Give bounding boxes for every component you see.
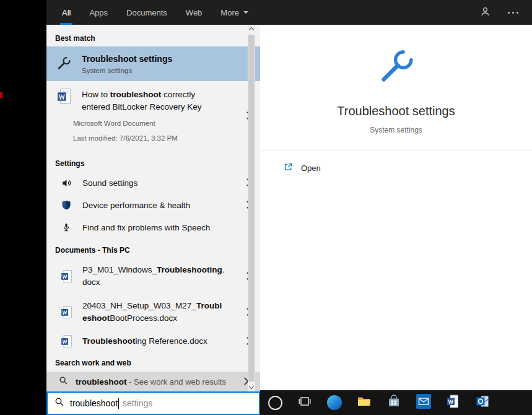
text-cursor	[118, 398, 119, 409]
best-match-title: Troubleshoot settings	[82, 54, 172, 64]
preview-subtitle: System settings	[370, 126, 422, 134]
chevron-down-icon	[243, 11, 248, 14]
open-action[interactable]: Open	[260, 151, 532, 173]
document-title: P3_M01_Windows_Troubleshooting.docx	[82, 264, 225, 289]
cortana-button[interactable]	[260, 390, 290, 415]
tab-all[interactable]: All	[53, 0, 80, 25]
web-result-text: troubleshoot - See work and web results	[76, 377, 226, 387]
edge-icon	[327, 395, 342, 410]
outlook-icon	[476, 394, 491, 411]
shield-icon	[59, 199, 74, 211]
topbar-actions	[480, 0, 532, 25]
word-document-icon	[59, 270, 74, 282]
result-bitlocker-document[interactable]: How to troubleshoot correctly entered Bi…	[46, 81, 260, 151]
account-icon[interactable]	[480, 6, 491, 19]
store-button[interactable]	[379, 390, 409, 415]
search-icon	[59, 376, 68, 388]
tab-apps[interactable]: Apps	[80, 0, 117, 25]
scroll-down-button[interactable]	[249, 384, 254, 389]
outlook-button[interactable]	[468, 390, 498, 415]
edge-button[interactable]	[320, 390, 349, 415]
taskbar	[260, 390, 532, 415]
open-label: Open	[301, 164, 321, 173]
result-fix-problems-speech[interactable]: Find and fix problems with Speech	[46, 216, 260, 238]
file-explorer-button[interactable]	[349, 390, 379, 415]
best-match-subtitle: System settings	[82, 67, 172, 74]
result-device-performance-health[interactable]: Device performance & health	[46, 194, 260, 216]
preview-panel: Troubleshoot settings System settings Op…	[260, 25, 532, 390]
word-document-icon	[59, 335, 74, 347]
document-result-type: Microsoft Word Document	[73, 118, 215, 128]
tab-more[interactable]: More	[211, 0, 258, 25]
red-mark	[0, 92, 2, 98]
word-button[interactable]	[438, 390, 468, 415]
search-results-panel: Best match Troubleshoot settings System …	[46, 25, 260, 391]
store-icon	[387, 395, 401, 411]
tab-documents[interactable]: Documents	[117, 0, 177, 25]
best-match-header: Best match	[46, 25, 260, 46]
scrollbar-thumb[interactable]	[248, 35, 255, 382]
result-document-reference[interactable]: Troubleshooting Reference.docx	[46, 330, 260, 352]
result-web-search[interactable]: troubleshoot - See work and web results	[46, 372, 260, 391]
document-result-modified: Last modified: 7/6/2021, 3:32 PM	[73, 133, 215, 143]
tab-web[interactable]: Web	[177, 0, 212, 25]
speaker-icon	[59, 177, 74, 189]
result-troubleshoot-settings[interactable]: Troubleshoot settings System settings	[46, 46, 260, 81]
word-document-icon	[59, 306, 74, 318]
result-document-20403[interactable]: 20403_NH_Setup_W03_M27_TroubleshootBootP…	[46, 294, 260, 330]
open-icon	[284, 162, 293, 173]
result-document-p3-m01[interactable]: P3_M01_Windows_Troubleshooting.docx	[46, 258, 260, 294]
mail-button[interactable]	[409, 390, 438, 415]
search-input[interactable]: troubleshoot settings	[46, 391, 260, 415]
result-sound-settings[interactable]: Sound settings	[46, 172, 260, 194]
search-icon	[55, 397, 64, 409]
document-title: 20403_NH_Setup_W03_M27_TroubleshootBootP…	[82, 300, 225, 325]
preview-title: Troubleshoot settings	[337, 104, 455, 118]
scroll-up-button[interactable]	[249, 27, 254, 32]
search-web-header: Search work and web	[46, 352, 260, 371]
scrollbar[interactable]	[248, 25, 255, 391]
documents-header: Documents - This PC	[46, 238, 260, 258]
settings-header: Settings	[46, 151, 260, 172]
search-suggestion-text: settings	[123, 398, 152, 408]
search-query-text: troubleshoot	[70, 398, 118, 408]
file-explorer-icon	[357, 394, 372, 411]
task-view-icon	[298, 395, 312, 411]
mail-icon	[416, 394, 431, 411]
cortana-icon	[268, 396, 282, 410]
wrench-icon	[55, 56, 73, 72]
document-title: Troubleshooting Reference.docx	[82, 335, 225, 347]
windows-search-screen: All Apps Documents Web More Best match	[0, 0, 532, 415]
word-icon	[446, 394, 461, 411]
task-view-button[interactable]	[290, 390, 320, 415]
more-options-icon[interactable]	[508, 12, 518, 14]
word-document-icon	[55, 89, 73, 104]
document-result-title: How to troubleshoot correctly entered Bi…	[82, 89, 215, 113]
microphone-icon	[59, 222, 74, 233]
search-filter-bar: All Apps Documents Web More	[46, 0, 532, 25]
wrench-icon	[376, 47, 417, 90]
